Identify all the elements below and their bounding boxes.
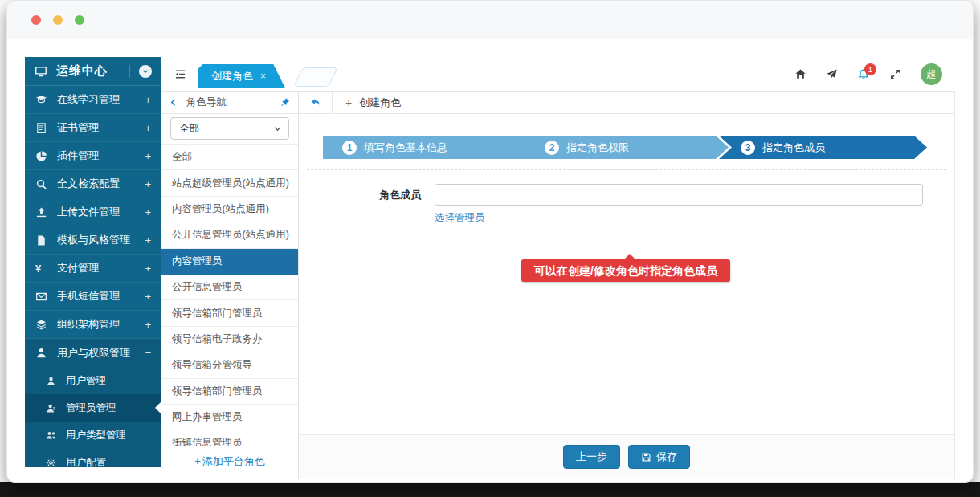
sidebar-subitem[interactable]: 用户类型管理 [25,422,161,449]
plus-icon: + [194,455,201,467]
save-button[interactable]: 保存 [628,445,690,469]
envelope-icon [35,291,51,303]
add-platform-role-label: 添加平台角色 [202,455,265,467]
sidebar-toggle-icon[interactable] [174,68,186,80]
back-undo-icon[interactable] [299,92,333,113]
upload-icon [35,206,51,218]
role-member-tooltip: 可以在创建/修改角色时指定角色成员 [521,259,730,282]
expand-toggle-icon[interactable]: + [145,122,151,134]
main-header: + 创建角色 [299,92,954,114]
paper-plane-icon[interactable] [826,68,838,80]
sidebar-item[interactable]: ¥支付管理+ [25,255,161,283]
step-1-label: 填写角色基本信息 [364,141,447,155]
main-content: 1 填写角色基本信息 2 指定角色权限 [299,114,954,434]
yen-icon: ¥ [35,263,51,275]
role-members-input[interactable] [435,184,923,206]
role-list-item[interactable]: 公开信息管理员 [161,275,298,300]
role-list-item[interactable]: 领导信箱电子政务办 [161,327,298,352]
step-1-number: 1 [342,141,357,155]
role-filter-value: 全部 [179,122,199,136]
sidebar-header: 运维中心 [25,57,161,86]
sidebar-item[interactable]: 模板与风格管理+ [25,226,161,255]
expand-toggle-icon[interactable]: − [145,347,151,359]
sidebar-item[interactable]: 证书管理+ [25,114,161,142]
role-list-item[interactable]: 领导信箱部门管理员 [161,379,298,405]
role-list: 全部站点超级管理员(站点通用)内容管理员(站点通用)公开信息管理员(站点通用)内… [161,144,298,446]
sidebar-item[interactable]: 组织架构管理+ [25,311,161,339]
role-list-item[interactable]: 街镇信息管理员 [161,430,298,446]
expand-toggle-icon[interactable]: + [145,150,151,162]
app-body: 运维中心 在线学习管理+证书管理+插件管理+全文检索配置+上传文件管理+模板与风… [7,39,973,466]
step-3-number: 3 [741,141,755,155]
role-members-form-row: 角色成员 选择管理员 [299,184,954,225]
right-column: 创建角色× 1 超 [161,57,955,479]
search-icon [35,178,51,190]
sidebar-item[interactable]: 在线学习管理+ [25,86,161,114]
role-list-item[interactable]: 站点超级管理员(站点通用) [161,170,298,196]
close-window-button[interactable] [31,15,41,25]
add-platform-role-link[interactable]: +添加平台角色 [161,446,298,479]
notifications-bell-icon[interactable]: 1 [857,68,870,81]
role-list-item[interactable]: 内容管理员 [161,249,298,275]
monitor-icon [35,65,51,78]
main-panel: + 创建角色 1 填写角色基本信息 [299,92,955,479]
expand-toggle-icon[interactable]: + [145,234,151,246]
fullscreen-expand-icon[interactable] [889,68,901,80]
chevron-down-circle-icon [139,65,152,78]
role-nav-header: 角色导航 [161,92,298,114]
sidebar-menu: 在线学习管理+证书管理+插件管理+全文检索配置+上传文件管理+模板与风格管理+¥… [25,86,161,467]
role-list-item[interactable]: 领导信箱分管领导 [161,352,298,378]
main-footer: 上一步 保存 [299,434,954,479]
sidebar-item[interactable]: 上传文件管理+ [25,198,161,226]
sidebar-subitem[interactable]: 用户管理 [25,367,161,394]
save-floppy-icon [641,452,651,462]
sidebar-item[interactable]: 手机短信管理+ [25,283,161,311]
expand-toggle-icon[interactable]: + [145,319,151,331]
stepper-segment-active: 3 指定角色成员 [719,136,927,159]
expand-toggle-icon[interactable]: + [145,178,151,190]
users-icon [46,430,59,441]
expand-toggle-icon[interactable]: + [145,206,151,218]
previous-step-button[interactable]: 上一步 [563,445,620,469]
file-icon [35,234,51,246]
layers-icon [35,319,51,331]
avatar[interactable]: 超 [921,63,942,85]
sidebar-item[interactable]: 用户与权限管理− [25,339,161,367]
chevron-left-icon[interactable] [169,98,178,107]
notification-badge: 1 [864,63,876,75]
desktop-background [0,482,980,497]
sidebar-item[interactable]: 插件管理+ [25,142,161,170]
sidebar-subitem[interactable]: 用户配置 [25,449,161,467]
gear-icon [46,458,59,468]
sidebar-collapse-button[interactable] [129,65,153,78]
app-window: 运维中心 在线学习管理+证书管理+插件管理+全文检索配置+上传文件管理+模板与风… [6,0,974,483]
step-2-number: 2 [545,141,559,155]
role-list-item[interactable]: 公开信息管理员(站点通用) [161,222,298,248]
sidebar-expanded-group: 用户与权限管理−用户管理管理员管理用户类型管理用户配置管理员配置 [25,339,161,467]
home-icon[interactable] [794,68,806,80]
chevron-down-icon [273,124,282,133]
user-icon [35,347,51,359]
select-admins-link[interactable]: 选择管理员 [435,211,485,225]
expand-toggle-icon[interactable]: + [145,263,151,275]
topbar: 创建角色× 1 超 [161,57,955,92]
pin-icon[interactable] [280,97,290,108]
sidebar-item[interactable]: 全文检索配置+ [25,170,161,198]
role-list-item[interactable]: 领导信箱部门管理员 [161,300,298,326]
role-list-item[interactable]: 全部 [161,145,298,170]
step-3-label: 指定角色成员 [762,141,825,155]
sidebar-subitem[interactable]: 管理员管理 [25,394,161,422]
wizard-stepper: 1 填写角色基本信息 2 指定角色权限 [323,136,927,159]
role-list-item[interactable]: 内容管理员(站点通用) [161,197,298,222]
zoom-window-button[interactable] [75,15,84,25]
role-list-item[interactable]: 网上办事管理员 [161,405,298,430]
tab-create-role[interactable]: 创建角色× [198,64,285,88]
topbar-actions: 1 超 [794,57,942,92]
minimize-window-button[interactable] [53,15,63,25]
tab-close-icon[interactable]: × [260,71,266,82]
step-2: 2 指定角色权限 [545,141,629,155]
role-members-label: 角色成员 [299,184,421,225]
role-filter-select[interactable]: 全部 [170,117,289,140]
expand-toggle-icon[interactable]: + [145,291,151,303]
expand-toggle-icon[interactable]: + [145,94,151,106]
